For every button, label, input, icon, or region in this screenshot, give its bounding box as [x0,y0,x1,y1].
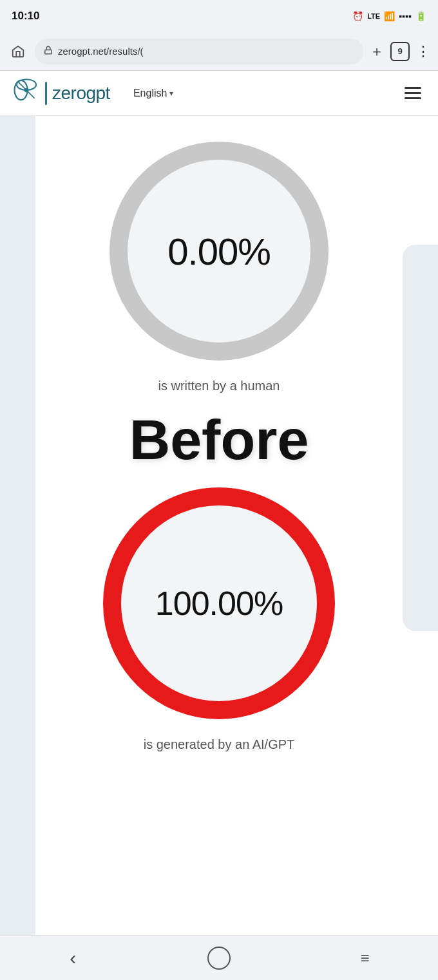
browser-url-bar[interactable]: zerogpt.net/results/( [35,39,363,64]
tabs-button[interactable]: 9 [390,42,410,61]
back-icon: ‹ [70,947,76,969]
circle-ai-value: 100.00% [155,584,283,623]
circle-ai-ring: 100.00% [103,487,335,719]
home-button[interactable] [203,942,235,974]
recent-apps-button[interactable]: ≡ [349,942,381,974]
language-label: English [133,88,167,99]
language-selector[interactable]: English ▾ [133,88,173,99]
circle-human-value: 0.00% [167,230,270,273]
recent-apps-icon: ≡ [361,949,370,967]
signal-icon: ▪▪▪▪ [399,11,412,21]
status-time: 10:10 [12,10,39,23]
hamburger-line-2 [405,92,421,94]
logo-divider [45,82,47,105]
battery-icon: 🔋 [415,11,426,21]
browser-menu-button[interactable]: ⋮ [416,43,430,60]
results-area: 0.00% is written by a human Before 100.0… [13,142,425,765]
wifi-icon: 📶 [384,11,395,21]
svg-rect-0 [45,50,52,53]
hamburger-line-3 [405,97,421,99]
browser-bar: zerogpt.net/results/( ＋ 9 ⋮ [0,32,438,71]
site-header: zerogpt English ▾ [0,71,438,116]
main-content: 0.00% is written by a human Before 100.0… [0,116,438,935]
hamburger-line-1 [405,87,421,89]
circle-ai: 100.00% is generated by an AI/GPT [103,487,335,752]
lte-icon: LTE [367,12,380,20]
status-bar: 10:10 ⏰ LTE 📶 ▪▪▪▪ 🔋 [0,0,438,32]
status-icons: ⏰ LTE 📶 ▪▪▪▪ 🔋 [352,11,426,21]
logo-text: zerogpt [52,83,110,104]
url-text: zerogpt.net/results/( [58,46,144,57]
new-tab-button[interactable]: ＋ [370,42,384,61]
alarm-icon: ⏰ [352,11,363,21]
language-caret: ▾ [169,89,173,98]
security-icon [44,46,53,57]
circle-human-ring: 0.00% [110,142,328,361]
circle-human: 0.00% is written by a human [110,142,328,399]
back-button[interactable]: ‹ [57,942,89,974]
circle-ai-subtitle: is generated by an AI/GPT [144,737,295,752]
circle-human-subtitle: is written by a human [158,379,280,393]
bottom-navigation: ‹ ≡ [0,935,438,980]
browser-actions: ＋ 9 ⋮ [370,42,430,61]
home-circle-icon [207,947,231,970]
logo-icon [13,77,40,109]
before-label: Before [129,411,309,468]
logo[interactable]: zerogpt [13,77,110,109]
browser-home-button[interactable] [8,41,28,62]
hamburger-menu-button[interactable] [401,83,425,103]
